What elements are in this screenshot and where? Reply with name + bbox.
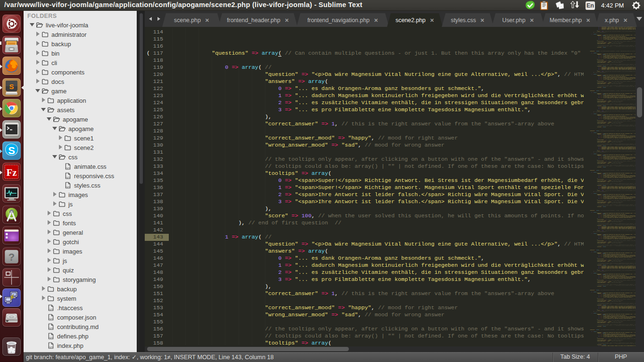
svg-text:S: S (9, 82, 14, 90)
svg-text:Fz: Fz (6, 167, 17, 178)
svg-text:S: S (8, 145, 15, 156)
svg-text:?: ? (8, 251, 15, 263)
